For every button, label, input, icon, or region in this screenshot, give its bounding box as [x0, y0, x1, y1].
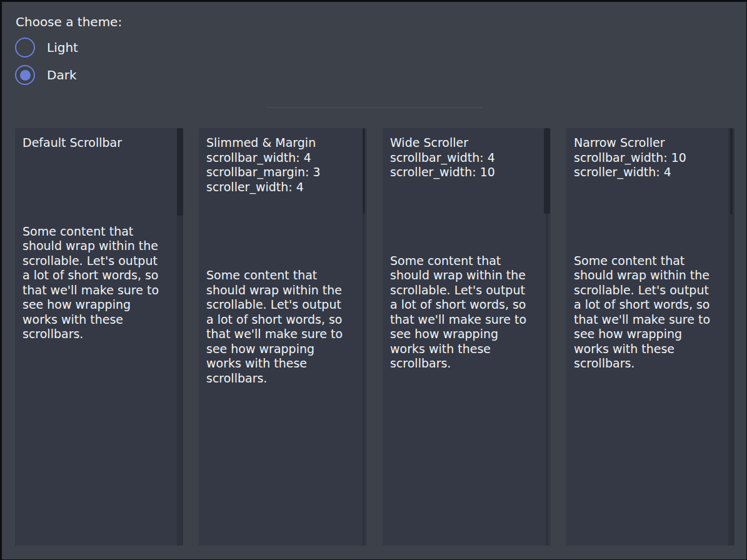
panel-title: Slimmed & Margin: [206, 136, 359, 151]
radio-light-label: Light: [47, 40, 78, 55]
panel-header: Wide Scroller scrollbar_width: 4 scrolle…: [383, 128, 551, 180]
panel-title: Default Scrollbar: [23, 136, 176, 151]
panel-slimmed-margin[interactable]: Slimmed & Margin scrollbar_width: 4 scro…: [199, 128, 367, 546]
scrollbar-demo-row: Default Scrollbar Some content that shou…: [15, 128, 734, 546]
radio-light-icon[interactable]: [15, 38, 35, 58]
panel-title: Narrow Scroller: [574, 136, 727, 151]
scrollbar-thumb[interactable]: [363, 128, 365, 214]
radio-dark-icon[interactable]: [15, 65, 35, 85]
panel-body-text: Some content that should wrap within the…: [566, 254, 734, 371]
panel-title: Wide Scroller: [390, 136, 543, 151]
panel-config-line: scrollbar_width: 4: [390, 151, 543, 166]
radio-dark-label: Dark: [47, 68, 76, 82]
panel-default-scrollbar[interactable]: Default Scrollbar Some content that shou…: [15, 128, 183, 546]
panel-narrow-scroller[interactable]: Narrow Scroller scrollbar_width: 10 scro…: [566, 128, 734, 546]
app-window: Choose a theme: Light Dark Default Scrol…: [0, 0, 747, 560]
panel-header: Default Scrollbar: [15, 128, 183, 151]
scrollbar-thumb[interactable]: [544, 128, 550, 214]
divider: [267, 107, 483, 108]
panel-header: Slimmed & Margin scrollbar_width: 4 scro…: [199, 128, 367, 194]
panel-body-text: Some content that should wrap within the…: [199, 268, 367, 386]
radio-option-dark[interactable]: Dark: [15, 65, 76, 85]
panel-config-line: scrollbar_width: 10: [574, 151, 727, 166]
scrollbar-thumb[interactable]: [730, 128, 733, 214]
panel-config-line: scrollbar_width: 4: [206, 151, 359, 166]
panel-header: Narrow Scroller scrollbar_width: 10 scro…: [566, 128, 734, 180]
panel-config-line: scroller_width: 4: [574, 165, 727, 180]
panel-config-line: scroller_width: 4: [206, 180, 359, 195]
panel-wide-scroller[interactable]: Wide Scroller scrollbar_width: 4 scrolle…: [383, 128, 551, 546]
theme-chooser-label: Choose a theme:: [16, 14, 122, 30]
scrollbar-thumb[interactable]: [177, 128, 183, 216]
radio-option-light[interactable]: Light: [15, 38, 78, 58]
panel-config-line: scroller_width: 10: [390, 165, 543, 180]
panel-body-text: Some content that should wrap within the…: [383, 254, 551, 371]
panel-config-line: scrollbar_margin: 3: [206, 165, 359, 180]
panel-body-text: Some content that should wrap within the…: [15, 224, 183, 342]
